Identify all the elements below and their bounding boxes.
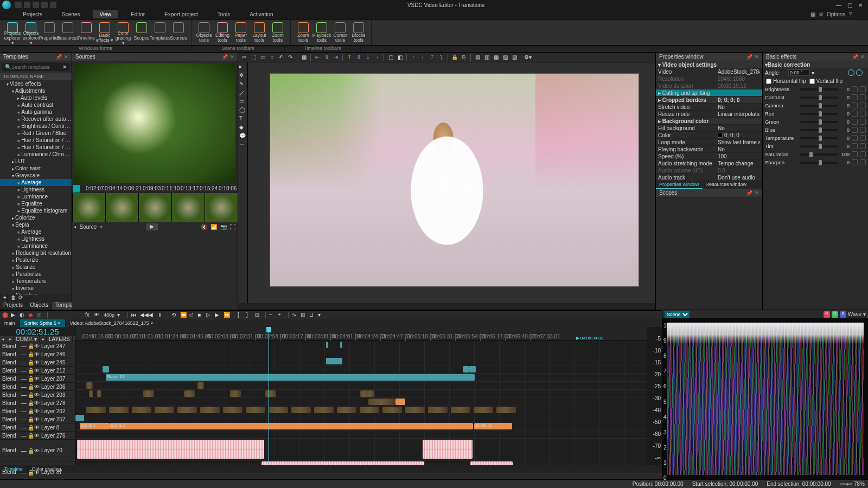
top-icon[interactable]: ⤴ (428, 54, 436, 61)
ribbon-playback[interactable]: Playback tools (312, 22, 331, 43)
property-row[interactable]: Audio stretching modeTempo change (656, 160, 762, 167)
rotate-ccw-icon[interactable] (848, 69, 854, 76)
template-tree[interactable]: Video effectsAdjustmentsAuto levelsAuto … (0, 80, 72, 294)
add-icon[interactable]: + (0, 294, 8, 302)
timeline-playhead[interactable] (269, 327, 269, 465)
ribbon-templates[interactable]: Templates (151, 22, 169, 43)
tree-node[interactable]: Adjustments (0, 87, 72, 94)
keyframe-icon[interactable] (860, 135, 866, 141)
reset-icon[interactable] (852, 94, 858, 100)
tree-node[interactable]: Hue / Saturation / Value (0, 137, 72, 144)
timeline-clip[interactable] (314, 407, 334, 413)
keyframe-icon[interactable] (860, 119, 866, 125)
timeline-clip[interactable] (469, 366, 476, 373)
tree-node[interactable]: Equalize histogram (0, 207, 72, 214)
tl-markin-icon[interactable]: [ (238, 312, 245, 319)
up-icon[interactable]: ↑ (410, 54, 417, 61)
quick-access-toolbar[interactable] (15, 2, 56, 8)
tl-pause-icon[interactable]: ⏸ (157, 312, 164, 319)
gear-icon[interactable]: ⚙▾ (524, 54, 532, 61)
timeline-track[interactable] (75, 349, 647, 357)
timeline-track[interactable]: Spr (75, 357, 647, 365)
close-button[interactable]: ✕ (857, 2, 864, 8)
tl-prev-icon[interactable]: ◀◀ (140, 312, 147, 319)
timeline-clip[interactable] (75, 415, 84, 421)
properties-tabs[interactable]: Properties window Resources window (656, 181, 762, 189)
effect-brightness[interactable]: Brightness0 (763, 85, 868, 93)
timeline-ruler[interactable]: 00:00:15.0300:00:38.0200:01:01.0100:01:2… (75, 327, 647, 341)
ribbon-zoom[interactable]: Zoom tools (294, 22, 312, 43)
tl-step-back-icon[interactable]: ◀ (149, 312, 156, 319)
tl-fwd-icon[interactable]: ▶ (215, 312, 222, 319)
fit-icon[interactable]: ▢ (387, 54, 394, 61)
timeline-track[interactable] (75, 390, 647, 398)
effect-blue[interactable]: Blue0 (763, 126, 868, 134)
effect-tint[interactable]: Tint0 (763, 142, 868, 150)
close-icon[interactable]: ✕ (64, 54, 68, 60)
reset-icon[interactable] (852, 143, 858, 149)
keyframe-icon[interactable] (860, 159, 866, 165)
timeline-clip[interactable] (86, 407, 106, 413)
track-header[interactable]: Blend—🔒👁Layer 206 (0, 383, 75, 391)
crop-icon[interactable]: ⬚ (250, 54, 257, 61)
tree-node[interactable]: Video effects (0, 80, 72, 87)
track-header[interactable]: Blend—🔒👁Layer 245 (0, 358, 75, 367)
reset-icon[interactable] (852, 102, 858, 108)
reset-icon[interactable] (852, 135, 858, 141)
timeline-clip[interactable] (132, 407, 151, 413)
properties-grid[interactable]: ▾ Video object settingsVideoAdobeStock_2… (656, 61, 762, 181)
pin-icon[interactable]: 📌 (56, 54, 62, 60)
ribbon-resources[interactable]: Resources (59, 22, 77, 43)
ribbon-editing[interactable]: Editing tools (213, 22, 232, 43)
timeline-track[interactable] (75, 341, 647, 349)
timeline-clip[interactable] (428, 407, 448, 413)
canvas-scrollbar-h[interactable] (238, 303, 655, 310)
tree-node[interactable]: Lightness (0, 186, 72, 193)
pin-icon[interactable]: 📌 (746, 190, 752, 196)
timeline-clip[interactable] (496, 407, 516, 413)
track-header[interactable]: Blend—🔒👁Layer 276 (0, 432, 75, 440)
view2-icon[interactable]: ▥ (483, 54, 490, 61)
template-search[interactable]: 🔍 ✕ (2, 63, 70, 71)
tl-loop-icon[interactable]: ⟲ (171, 312, 178, 319)
ribbon-properties[interactable]: Properties (40, 22, 59, 43)
mute-icon[interactable]: 🔇 (201, 224, 207, 230)
scope-mode-select[interactable]: Scene (665, 311, 690, 318)
property-row[interactable]: Audio trackDon't use audio (656, 174, 762, 181)
tree-node[interactable]: Auto contrast (0, 101, 72, 108)
hflip-checkbox[interactable] (766, 79, 771, 84)
reset-icon[interactable] (852, 111, 858, 117)
timeline-clip[interactable] (265, 390, 276, 397)
timeline-clip[interactable] (326, 342, 328, 348)
timeline-clip[interactable]: Room 13 (106, 374, 475, 381)
timeline-tabs[interactable]: main Sprite: Sprite 5 × Video: AdobeStoc… (0, 319, 662, 327)
timeline-clip[interactable] (368, 399, 395, 405)
close-icon[interactable]: ✕ (755, 54, 759, 60)
ribbon-layout[interactable]: Layout tools (250, 22, 269, 43)
property-row[interactable]: Speed (%)100 (656, 153, 762, 160)
gear-icon[interactable]: ⚙ (819, 11, 824, 17)
left-panel-tabs[interactable]: Projects exp... Objects exp... Templates (0, 302, 72, 310)
timeline-clip[interactable] (89, 390, 93, 397)
align-center-h-icon[interactable]: ⥮ (323, 54, 330, 61)
tl-skip-start-icon[interactable]: ⏮ (131, 312, 138, 319)
menu-activation[interactable]: Activation (243, 10, 279, 18)
timeline-track[interactable] (75, 414, 647, 422)
tree-node[interactable]: Hue / Saturation / Lightness (0, 144, 72, 151)
reset-icon[interactable] (852, 86, 858, 92)
tl-zoomout-icon[interactable]: − (269, 312, 276, 319)
track-header[interactable]: Blend—🔒👁Layer 207 (0, 375, 75, 383)
effect-contrast[interactable]: Contrast0 (763, 93, 868, 101)
track-header[interactable]: Blend—🔒👁Layer 70 (0, 440, 75, 461)
timeline-track[interactable]: Room 13 (75, 374, 647, 382)
property-row[interactable]: ▸ Cropped borders0; 0; 0; 0 (656, 97, 762, 104)
timeline-tracks-area[interactable]: 00:00:15.0300:00:38.0200:01:01.0100:01:2… (75, 327, 647, 465)
ribbon-basic[interactable]: Basic effects ▾ (95, 22, 114, 43)
timeline-clip[interactable] (340, 342, 342, 348)
tl-play-icon[interactable]: ▶ (11, 312, 18, 319)
volume-icon[interactable]: 📶 (210, 224, 217, 230)
track-header[interactable]: Blend—🔒👁Layer 212 (0, 367, 75, 375)
tl-mode1-icon[interactable]: ◐ (20, 312, 27, 319)
timeline-clip[interactable] (261, 461, 424, 465)
menu-export[interactable]: Export project (158, 10, 205, 18)
